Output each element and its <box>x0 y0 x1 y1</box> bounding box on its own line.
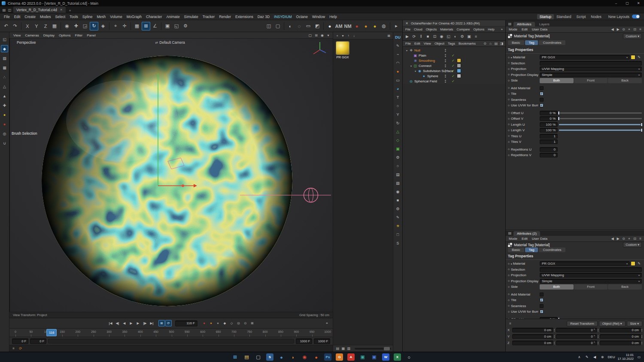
projection-dropdown[interactable]: UVW Mapping▾ <box>540 273 642 278</box>
keyframe-bullet[interactable] <box>508 311 510 313</box>
value-spinner[interactable]: ▴▾ <box>641 335 642 338</box>
tiles-u-value-field[interactable]: 1 <box>540 134 558 139</box>
spline-smooth-icon[interactable]: ~ <box>395 51 401 58</box>
octane-app-icon[interactable]: ● <box>313 353 320 361</box>
octane-overflow-icon[interactable]: » <box>499 27 504 31</box>
material-sort-up-icon[interactable]: ↑ <box>346 33 351 39</box>
attr-search-icon[interactable]: ⊙ <box>621 236 626 241</box>
y-position-field[interactable]: 0 cm <box>512 334 553 339</box>
maximize-button[interactable]: ▢ <box>622 0 633 6</box>
x-axis-arrow[interactable] <box>194 184 197 187</box>
keyframe-bullet[interactable] <box>508 263 510 265</box>
octane-settings-icon[interactable]: ⚙ <box>459 33 465 40</box>
panel-icon[interactable]: ▤ <box>507 230 513 236</box>
segment-front[interactable]: Front <box>574 284 608 290</box>
x-rotation-field[interactable]: 0 ° <box>556 328 597 332</box>
loop-playback-toggle[interactable]: ⟳ <box>165 320 172 326</box>
menu-item-panel[interactable]: Panel <box>85 33 97 37</box>
rectangle-spline-icon[interactable]: ▭ <box>395 77 401 84</box>
enabled-check-icon[interactable]: ✓ <box>452 54 455 57</box>
x-size-field[interactable]: 0 cm <box>600 328 641 332</box>
attr-lock-icon[interactable]: ⊡ <box>632 27 638 32</box>
enabled-check-icon[interactable]: ✓ <box>452 69 455 73</box>
redo-icon[interactable]: ↷ <box>11 22 19 30</box>
value-spinner[interactable]: ▴▾ <box>598 341 598 345</box>
value-spinner[interactable]: ▴▾ <box>641 329 642 332</box>
spinner-down-icon[interactable]: ▾ <box>554 330 555 332</box>
language-indicator[interactable]: DEU <box>608 355 615 359</box>
timeline-track[interactable]: 116 050100150200250300350400450500550600… <box>15 329 328 337</box>
timeline-options-icon[interactable]: ≡ <box>324 320 330 326</box>
menu-item-animate[interactable]: Animate <box>164 15 182 19</box>
object-row-subdivision-surface[interactable]: ▾◉Subdivision Surface✓ <box>403 68 505 73</box>
notification-center-icon[interactable]: ▭ <box>636 354 642 360</box>
chrome-icon[interactable]: ◉ <box>301 353 308 361</box>
teal-app-icon[interactable]: ▣ <box>359 353 366 361</box>
octane-live-render-icon[interactable]: ▶ <box>404 33 410 40</box>
spinner-down-icon[interactable]: ▾ <box>641 330 642 332</box>
toolbar-overflow-icon[interactable]: ▸ <box>392 22 401 30</box>
slider-handle[interactable] <box>641 123 643 127</box>
coordinate-system-icon[interactable]: ⌖ <box>111 22 120 30</box>
camera-label[interactable]: ⇄ Default Camera <box>155 40 185 45</box>
object-rel-dropdown[interactable]: Object (Rel) ▾ <box>599 321 626 326</box>
status-refresh-icon[interactable]: ⟳ <box>18 346 23 351</box>
menu-item-display[interactable]: Display <box>41 33 57 37</box>
menu-item-file[interactable]: File <box>2 15 12 19</box>
om-search-icon[interactable]: ⊙ <box>482 41 488 46</box>
enabled-check-icon[interactable]: ✓ <box>452 64 455 68</box>
record-position-toggle[interactable]: ◆ <box>222 320 228 326</box>
timeline-marker[interactable]: 116 <box>46 329 57 336</box>
segment-both[interactable]: Both <box>540 284 574 290</box>
om-filter-icon[interactable]: ◨ <box>499 41 504 46</box>
octane-menu-icon[interactable]: ≡ <box>473 33 479 40</box>
record-keyframe-button[interactable]: ● <box>201 320 207 326</box>
text-spline-icon[interactable]: T <box>395 94 401 101</box>
new-layouts-toggle[interactable] <box>632 15 640 18</box>
menu-item-help[interactable]: Help <box>327 15 339 19</box>
play-button[interactable]: ▶ <box>128 320 134 326</box>
keyframe-bullet[interactable] <box>508 80 510 81</box>
polygon-pen-icon[interactable]: △ <box>395 128 401 135</box>
enable-axis-icon[interactable]: ● <box>1 111 8 118</box>
expander-icon[interactable]: ▾ <box>405 49 409 52</box>
tiles-v-value-field[interactable]: 1 <box>540 139 558 144</box>
keyframe-bullet[interactable] <box>508 124 510 125</box>
projection-dropdown[interactable]: UVW Mapping▾ <box>540 66 642 71</box>
timeline-scrollbar[interactable] <box>48 339 294 344</box>
attr-focus-icon[interactable]: ⌖ <box>626 27 632 32</box>
keyframe-bullet[interactable] <box>508 286 510 288</box>
spinner-down-icon[interactable]: ▾ <box>598 343 598 345</box>
keyframe-bullet[interactable] <box>508 305 510 307</box>
render-view-icon[interactable]: ▣ <box>163 22 172 30</box>
tab-tag[interactable]: Tag <box>525 247 538 252</box>
material-icon-view-icon[interactable]: ▦ <box>340 346 346 351</box>
projection-icon[interactable]: ◩ <box>313 22 322 30</box>
keyframe-bullet[interactable] <box>508 280 510 282</box>
cinema4d-app-icon[interactable]: ● <box>278 353 285 361</box>
seamless-checkbox[interactable] <box>540 98 544 102</box>
sphere-primitive-icon[interactable]: ○ <box>395 163 401 169</box>
material-sort-down-icon[interactable]: ↓ <box>351 33 357 39</box>
taskbar-clock[interactable]: 11:01 17.10.2022 <box>617 353 634 361</box>
reset-transform-button[interactable]: Reset Transform <box>567 321 597 326</box>
generator-gear-icon[interactable]: ⚙ <box>395 154 401 161</box>
text-input-field[interactable] <box>540 267 642 272</box>
attr-back-icon[interactable]: ◀ <box>610 27 615 32</box>
view-grid-icon[interactable]: ▦ <box>133 22 141 30</box>
keyframe-bullet[interactable] <box>508 118 510 120</box>
live-selection-icon[interactable]: ◉ <box>63 22 71 30</box>
menu-item-edit[interactable]: Edit <box>519 237 530 241</box>
vp-quad-view-icon[interactable]: ⊞ <box>313 33 319 38</box>
keyframe-bullet[interactable] <box>508 293 510 295</box>
attr-search-icon[interactable]: ⊙ <box>621 27 626 32</box>
z-size-field[interactable]: 0 cm <box>600 341 641 345</box>
menu-item-simulate[interactable]: Simulate <box>182 15 200 19</box>
menu-item-view[interactable]: View <box>422 42 433 45</box>
object-row-connect[interactable]: ▾◫Connect✓ <box>403 63 505 68</box>
material-zoom-handle[interactable] <box>384 347 390 350</box>
menu-item-options[interactable]: Options <box>471 27 486 31</box>
axis-center-dot[interactable] <box>182 184 184 187</box>
tweak-mode-icon[interactable]: ✚ <box>1 102 8 109</box>
settings-gear-icon[interactable]: ⚙ <box>395 205 401 212</box>
